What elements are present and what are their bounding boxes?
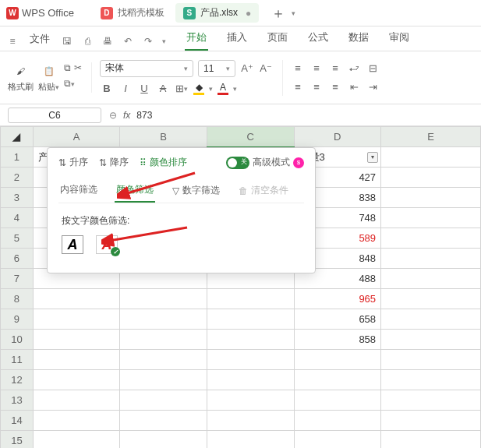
- cell[interactable]: [120, 390, 207, 411]
- tab-file[interactable]: S 产品.xlsx ●: [175, 3, 259, 23]
- rowhead-15[interactable]: 15: [1, 431, 34, 449]
- cell[interactable]: [120, 330, 207, 350]
- format-painter-button[interactable]: 🖌 格式刷: [8, 62, 34, 93]
- new-tab-button[interactable]: ＋: [271, 4, 285, 23]
- print-preview-icon[interactable]: 🖶: [101, 35, 114, 48]
- rowhead-12[interactable]: 12: [1, 370, 34, 390]
- cell[interactable]: 965: [294, 289, 381, 309]
- align-bottom-icon[interactable]: ≡: [328, 62, 342, 76]
- cell[interactable]: [120, 411, 207, 431]
- cell[interactable]: [294, 431, 381, 449]
- cell[interactable]: 658: [294, 309, 381, 330]
- cell[interactable]: [33, 390, 120, 411]
- tab-review[interactable]: 审阅: [387, 30, 411, 51]
- print-icon[interactable]: ⎙: [81, 35, 94, 48]
- tab-data[interactable]: 数据: [347, 30, 370, 51]
- cell[interactable]: [381, 168, 481, 188]
- undo-icon[interactable]: ↶: [122, 35, 134, 48]
- bold-button[interactable]: B: [100, 82, 114, 96]
- rowhead-1[interactable]: 1: [1, 147, 34, 168]
- rowhead-8[interactable]: 8: [1, 289, 34, 309]
- cell-E1[interactable]: [381, 147, 481, 168]
- save-icon[interactable]: 🖫: [61, 35, 73, 48]
- tab-color-filter[interactable]: 颜色筛选: [115, 178, 155, 203]
- cell[interactable]: [33, 431, 120, 449]
- rowhead-13[interactable]: 13: [1, 390, 34, 411]
- cut-icon[interactable]: ✂: [74, 62, 82, 73]
- sort-color-button[interactable]: ⠿颜色排序: [140, 156, 187, 169]
- cell[interactable]: [294, 390, 381, 411]
- cell[interactable]: [381, 208, 481, 228]
- copy-icon[interactable]: ⧉: [64, 62, 71, 73]
- cell[interactable]: [120, 289, 207, 309]
- cell[interactable]: [381, 269, 481, 289]
- qat-more-caret[interactable]: ▾: [162, 37, 166, 45]
- cell[interactable]: [207, 411, 294, 431]
- cell[interactable]: [207, 289, 294, 309]
- rowhead-6[interactable]: 6: [1, 249, 34, 269]
- font-color-button[interactable]: A: [218, 82, 228, 95]
- merge-icon[interactable]: ⊟: [366, 62, 380, 76]
- fill-color-button[interactable]: ◆: [193, 82, 204, 95]
- rowhead-3[interactable]: 3: [1, 188, 34, 208]
- cell[interactable]: [120, 431, 207, 449]
- align-top-icon[interactable]: ≡: [291, 62, 305, 76]
- menu-icon[interactable]: ≡: [6, 35, 19, 48]
- tab-menu-caret[interactable]: ▾: [292, 9, 295, 17]
- increase-font-icon[interactable]: A⁺: [240, 62, 254, 76]
- redo-icon[interactable]: ↷: [142, 35, 154, 48]
- file-menu[interactable]: 文件: [27, 32, 53, 51]
- cell[interactable]: [381, 390, 481, 411]
- align-right-icon[interactable]: ≡: [328, 80, 342, 94]
- cell[interactable]: [294, 350, 381, 370]
- cell[interactable]: [207, 431, 294, 449]
- tab-formula[interactable]: 公式: [306, 30, 330, 51]
- sort-desc-button[interactable]: ⇅降序: [99, 156, 129, 169]
- cell[interactable]: [381, 431, 481, 449]
- cell[interactable]: [381, 309, 481, 330]
- clipboard-more-icon[interactable]: ⧉▾: [64, 78, 75, 89]
- cell[interactable]: [33, 309, 120, 330]
- cancel-formula-icon[interactable]: ⊖: [109, 110, 117, 121]
- indent-dec-icon[interactable]: ⇤: [347, 80, 361, 94]
- wrap-icon[interactable]: ⮐: [347, 62, 361, 76]
- cell[interactable]: [207, 390, 294, 411]
- select-all-corner[interactable]: ◢: [1, 127, 34, 147]
- formula-value[interactable]: 873: [136, 110, 152, 121]
- text-color-swatch-black[interactable]: A: [62, 235, 83, 254]
- rowhead-11[interactable]: 11: [1, 350, 34, 370]
- cell[interactable]: [207, 350, 294, 370]
- paste-button[interactable]: 📋 粘贴▾: [38, 62, 59, 93]
- tab-content-filter[interactable]: 内容筛选: [58, 178, 99, 203]
- cell[interactable]: [381, 249, 481, 269]
- rowhead-4[interactable]: 4: [1, 208, 34, 228]
- border-button[interactable]: ⊞▾: [175, 82, 189, 96]
- indent-inc-icon[interactable]: ⇥: [366, 80, 380, 94]
- cell[interactable]: [294, 370, 381, 390]
- cell[interactable]: 858: [294, 330, 381, 350]
- align-center-icon[interactable]: ≡: [309, 80, 324, 94]
- cell[interactable]: [381, 289, 481, 309]
- filter-drop-D[interactable]: ▾: [367, 152, 378, 163]
- cell[interactable]: [207, 309, 294, 330]
- cell[interactable]: [381, 411, 481, 431]
- colhead-D[interactable]: D: [294, 127, 381, 147]
- rowhead-14[interactable]: 14: [1, 411, 34, 431]
- cell[interactable]: [207, 330, 294, 350]
- align-middle-icon[interactable]: ≡: [309, 62, 324, 76]
- text-color-swatch-red[interactable]: A✓: [96, 235, 118, 254]
- tab-page[interactable]: 页面: [266, 30, 289, 51]
- fx-icon[interactable]: fx: [123, 110, 130, 121]
- cell[interactable]: [381, 330, 481, 350]
- cell[interactable]: [381, 350, 481, 370]
- cell[interactable]: [120, 309, 207, 330]
- strike-button[interactable]: A: [156, 82, 170, 96]
- cell[interactable]: [33, 350, 120, 370]
- decrease-font-icon[interactable]: A⁻: [259, 62, 273, 76]
- rowhead-2[interactable]: 2: [1, 168, 34, 188]
- colhead-E[interactable]: E: [381, 127, 481, 147]
- cell-reference[interactable]: C6: [8, 108, 101, 123]
- cell[interactable]: [33, 370, 120, 390]
- cell[interactable]: [33, 411, 120, 431]
- cell[interactable]: [33, 289, 120, 309]
